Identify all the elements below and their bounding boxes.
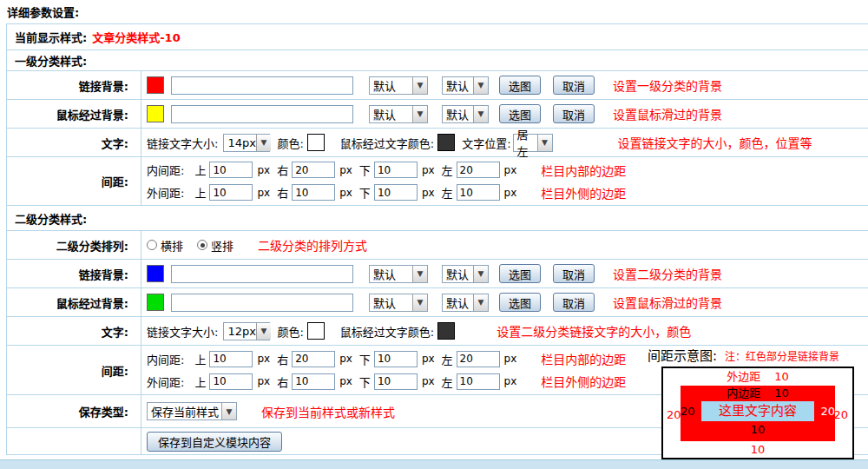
s2-hover-bg-select-1[interactable]: 默认 ▼ <box>369 294 428 312</box>
s1-hover-bg-select-1[interactable]: 默认 ▼ <box>369 105 428 123</box>
s1-padding-left-input[interactable] <box>457 162 500 178</box>
s1-inner-spacing-line: 内间距: 上 px 右 px 下 px 左 px 栏目内部的边距 <box>147 159 868 182</box>
s1-link-bg-pick-button[interactable]: 选图 <box>499 76 541 95</box>
s2-margin-bottom-input[interactable] <box>374 373 418 390</box>
s2-link-bg-select-1[interactable]: 默认 ▼ <box>369 265 428 283</box>
chevron-down-icon: ▼ <box>473 77 488 94</box>
s1-hover-bg-cancel-button[interactable]: 取消 <box>553 104 595 123</box>
s2-padding-right-input[interactable] <box>292 351 335 367</box>
chevron-down-icon: ▼ <box>473 106 488 122</box>
chevron-down-icon: ▼ <box>473 294 488 311</box>
s2-margin-right-input[interactable] <box>292 373 335 390</box>
s1-hover-bg-swatch[interactable] <box>147 105 164 122</box>
diagram-padding-top: 内边距 10 <box>681 386 835 400</box>
s1-text-row: 文字: 链接文字大小: 14px ▼ 颜色: 鼠标经过文字颜色: 文字位置: 居… <box>7 129 868 157</box>
s2-margin-top-input[interactable] <box>209 373 253 390</box>
s1-margin-top-input[interactable] <box>209 184 253 201</box>
s1-margin-bottom-input[interactable] <box>374 184 418 201</box>
s2-font-size-select[interactable]: 12px ▼ <box>223 322 270 340</box>
s2-link-bg-cancel-button[interactable]: 取消 <box>553 264 595 283</box>
chevron-down-icon: ▼ <box>221 403 236 419</box>
s2-hover-bg-input[interactable] <box>171 294 353 312</box>
s2-hover-bg-row: 鼠标经过背景: 默认 ▼ 默认 ▼ 选图 取消 设置鼠标滑过的背景 <box>7 288 868 317</box>
current-style-row: 当前显示样式: 文章分类样式-10 <box>7 24 868 50</box>
s1-margin-left-input[interactable] <box>457 184 500 201</box>
s2-hover-text-color-label: 鼠标经过文字颜色: <box>340 323 434 340</box>
s1-link-bg-select-1[interactable]: 默认 ▼ <box>369 76 428 95</box>
s2-arrange-hint: 二级分类的排列方式 <box>258 236 367 254</box>
s1-outer-spacing-line: 外间距: 上 px 右 px 下 px 左 px 栏目外侧的边距 <box>147 182 868 204</box>
diagram-content-box: 这里文字内容 <box>701 401 815 421</box>
s1-link-bg-swatch[interactable] <box>147 76 164 94</box>
s2-text-color-swatch[interactable] <box>307 322 325 340</box>
s1-text-pos-select[interactable]: 居左 ▼ <box>513 134 553 152</box>
radio-vertical[interactable] <box>197 240 207 250</box>
s2-link-bg-input[interactable] <box>171 265 353 283</box>
s2-hover-bg-pick-button[interactable]: 选图 <box>499 293 541 312</box>
s1-hover-bg-pick-button[interactable]: 选图 <box>499 104 541 123</box>
diagram-title: 间距示意图: <box>648 346 717 364</box>
s1-inner-spacing-hint: 栏目内部的边距 <box>541 162 626 179</box>
s2-text-label: 文字: <box>7 317 141 345</box>
s1-text-pos-label: 文字位置: <box>462 135 510 151</box>
s1-text-label: 文字: <box>7 129 141 156</box>
s1-hover-text-color-swatch[interactable] <box>437 134 455 151</box>
s2-text-color-label: 颜色: <box>277 323 303 340</box>
section1-header: 一级分类样式: <box>7 50 868 71</box>
s2-hover-bg-label: 鼠标经过背景: <box>7 288 141 316</box>
s2-padding-bottom-input[interactable] <box>374 351 418 367</box>
s1-link-bg-select-2[interactable]: 默认 ▼ <box>442 76 489 95</box>
s1-spacing-label: 间距: <box>7 157 141 205</box>
save-submit-button[interactable]: 保存到自定义模块内容 <box>147 432 282 452</box>
s2-padding-left-input[interactable] <box>457 351 500 367</box>
current-style-label: 当前显示样式: <box>15 29 87 45</box>
chevron-down-icon: ▼ <box>412 294 427 311</box>
s2-link-bg-label: 链接背景: <box>7 260 141 287</box>
s1-link-bg-cancel-button[interactable]: 取消 <box>553 76 595 95</box>
s2-hover-bg-cancel-button[interactable]: 取消 <box>553 293 595 312</box>
s1-padding-right-input[interactable] <box>292 162 335 178</box>
s2-link-bg-select-2[interactable]: 默认 ▼ <box>442 265 489 283</box>
s1-link-bg-label: 链接背景: <box>7 71 141 99</box>
save-type-hint: 保存到当前样式或新样式 <box>261 403 395 420</box>
s2-hover-bg-hint: 设置鼠标滑过的背景 <box>613 294 722 311</box>
radio-horizontal-label: 横排 <box>161 237 183 254</box>
diagram-note: 注：红色部分是链接背景 <box>725 348 839 363</box>
s2-hover-text-color-swatch[interactable] <box>437 322 455 340</box>
s1-hover-bg-row: 鼠标经过背景: 默认 ▼ 默认 ▼ 选图 取消 设置鼠标滑过的背景 <box>7 100 868 129</box>
chevron-down-icon: ▼ <box>256 323 271 340</box>
save-type-select[interactable]: 保存当前样式 ▼ <box>147 402 237 420</box>
s1-font-size-select[interactable]: 14px ▼ <box>223 134 270 152</box>
s1-outer-spacing-hint: 栏目外侧的边距 <box>541 184 626 201</box>
s1-hover-bg-hint: 设置鼠标滑过的背景 <box>613 105 722 122</box>
s2-hover-bg-select-2[interactable]: 默认 ▼ <box>442 294 489 312</box>
s2-text-hint: 设置二级分类链接文字的大小，颜色 <box>496 322 691 340</box>
s1-link-bg-input[interactable] <box>171 76 353 95</box>
s2-link-bg-swatch[interactable] <box>147 265 164 282</box>
chevron-down-icon: ▼ <box>412 266 427 282</box>
radio-horizontal[interactable] <box>147 240 157 250</box>
s2-margin-left-input[interactable] <box>457 373 500 390</box>
s2-inner-spacing-hint: 栏目内部的边距 <box>541 350 626 367</box>
chevron-down-icon: ▼ <box>537 135 552 151</box>
s1-padding-top-input[interactable] <box>209 162 253 178</box>
s1-text-color-swatch[interactable] <box>307 134 325 151</box>
diagram-margin-bottom: 10 <box>663 441 852 459</box>
spacing-diagram: 间距示意图: 注：红色部分是链接背景 外边距 10 内边距 10 20 这里文字… <box>648 346 868 467</box>
s1-hover-bg-select-2[interactable]: 默认 ▼ <box>442 105 489 123</box>
s2-padding-top-input[interactable] <box>209 351 253 367</box>
s2-link-bg-pick-button[interactable]: 选图 <box>499 264 541 283</box>
chevron-down-icon: ▼ <box>473 266 488 282</box>
s1-hover-bg-input[interactable] <box>171 105 353 123</box>
s2-link-bg-hint: 设置二级分类的背景 <box>613 265 722 282</box>
diagram-outer-box: 外边距 10 内边距 10 20 这里文字内容 20 10 10 20 20 <box>661 367 854 459</box>
s2-link-bg-row: 链接背景: 默认 ▼ 默认 ▼ 选图 取消 设置二级分类的背景 <box>7 260 868 288</box>
diagram-margin-left: 20 <box>667 408 681 421</box>
s1-font-size-label: 链接文字大小: <box>147 135 218 151</box>
s2-text-row: 文字: 链接文字大小: 12px ▼ 颜色: 鼠标经过文字颜色: 设置二级分类链… <box>7 317 868 346</box>
chevron-down-icon: ▼ <box>412 77 427 94</box>
s1-margin-right-input[interactable] <box>292 184 335 201</box>
s2-hover-bg-swatch[interactable] <box>147 294 164 311</box>
s1-padding-bottom-input[interactable] <box>374 162 418 178</box>
s1-link-bg-hint: 设置一级分类的背景 <box>613 76 722 94</box>
